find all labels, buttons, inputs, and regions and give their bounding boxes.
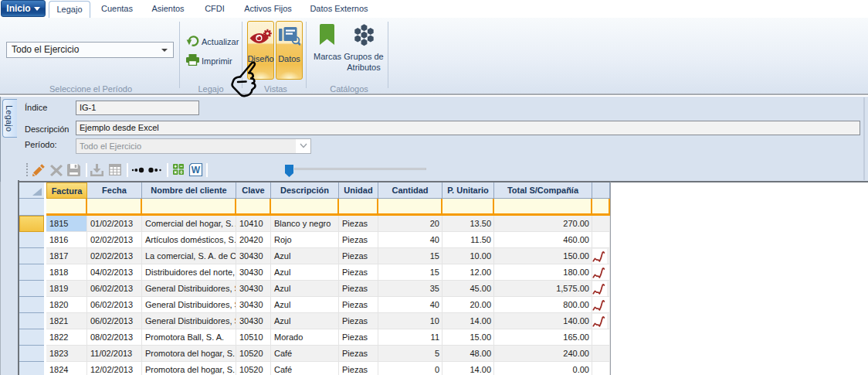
svg-text:W: W (192, 165, 201, 176)
